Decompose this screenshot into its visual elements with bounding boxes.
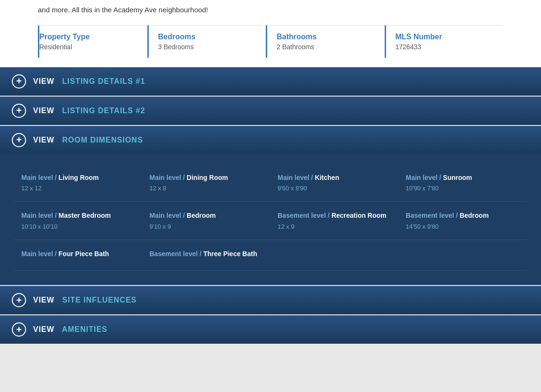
room-item-master-bedroom: Main level / Master Bedroom 10'10 x 10'1…: [14, 202, 143, 240]
room-name-basement-bedroom: Basement level / Bedroom: [406, 211, 520, 221]
room-name-sunroom: Main level / Sunroom: [406, 173, 520, 183]
accordion-title-amenities: VIEW AMENITIES: [33, 325, 108, 334]
room-item-empty-2: [399, 240, 527, 271]
accordion-title-listing1: VIEW LISTING DETAILS #1: [33, 77, 145, 86]
room-item-living-room: Main level / Living Room 12 x 12: [14, 164, 143, 202]
plus-icon-listing1: +: [12, 74, 26, 89]
plus-icon-rooms: +: [12, 133, 26, 147]
stat-bedrooms: Bedrooms 3 Bedrooms: [147, 26, 266, 58]
view-label-amenities: VIEW: [33, 325, 54, 333]
room-dim-recreation-room: 12 x 9: [278, 223, 392, 230]
stat-label-bedrooms: Bedrooms: [158, 33, 257, 41]
detail-label-amenities: AMENITIES: [62, 325, 108, 333]
accordion-amenities: + VIEW AMENITIES: [0, 315, 541, 344]
accordion-header-rooms[interactable]: + VIEW ROOM DIMENSIONS: [0, 126, 541, 154]
room-name-four-piece-bath: Main level / Four Piece Bath: [21, 249, 135, 259]
accordion-header-listing2[interactable]: + VIEW LISTING DETAILS #2: [0, 97, 541, 125]
stat-label-bathrooms: Bathrooms: [277, 33, 375, 41]
accordion-title-site: VIEW SITE INFLUENCES: [33, 296, 136, 304]
accordion-header-amenities[interactable]: + VIEW AMENITIES: [0, 315, 541, 344]
view-label-rooms: VIEW: [33, 136, 54, 144]
stat-value-bathrooms: 2 Bathrooms: [277, 43, 375, 51]
stat-value-property-type: Residential: [39, 43, 138, 51]
room-item-kitchen: Main level / Kitchen 9'60 x 8'90: [270, 164, 399, 202]
plus-icon-listing2: +: [12, 104, 26, 118]
stat-label-property-type: Property Type: [39, 33, 138, 41]
room-dim-dining-room: 12 x 8: [150, 185, 264, 192]
room-item-recreation-room: Basement level / Recreation Room 12 x 9: [270, 202, 399, 240]
room-dim-sunroom: 10'90 x 7'80: [406, 185, 520, 192]
room-item-dining-room: Main level / Dining Room 12 x 8: [143, 164, 271, 202]
room-dim-basement-bedroom: 14'50 x 9'80: [406, 223, 520, 230]
intro-text: and more. All this in the Academy Ave ne…: [38, 0, 503, 25]
detail-label-site: SITE INFLUENCES: [62, 296, 136, 304]
room-name-bedroom: Main level / Bedroom: [150, 211, 264, 221]
property-stats: Property Type Residential Bedrooms 3 Bed…: [38, 25, 503, 58]
room-item-empty-1: [270, 240, 399, 271]
rooms-grid: Main level / Living Room 12 x 12 Main le…: [14, 164, 527, 271]
accordion-listing2: + VIEW LISTING DETAILS #2: [0, 97, 541, 125]
room-item-basement-bedroom: Basement level / Bedroom 14'50 x 9'80: [399, 202, 527, 240]
stat-label-mls: MLS Number: [396, 33, 494, 41]
view-label-listing1: VIEW: [33, 77, 54, 85]
stat-bathrooms: Bathrooms 2 Bathrooms: [266, 26, 385, 58]
stat-value-mls: 1726433: [396, 43, 494, 51]
detail-label-listing1: LISTING DETAILS #1: [62, 77, 145, 85]
view-label-listing2: VIEW: [33, 107, 54, 115]
room-item-sunroom: Main level / Sunroom 10'90 x 7'80: [399, 164, 527, 202]
room-name-dining-room: Main level / Dining Room: [150, 173, 264, 183]
room-name-master-bedroom: Main level / Master Bedroom: [21, 211, 135, 221]
room-dim-master-bedroom: 10'10 x 10'10: [21, 223, 135, 230]
accordion-title-rooms: VIEW ROOM DIMENSIONS: [33, 136, 143, 144]
accordion-header-listing1[interactable]: + VIEW LISTING DETAILS #1: [0, 67, 541, 96]
top-section: and more. All this in the Academy Ave ne…: [0, 0, 541, 67]
room-item-four-piece-bath: Main level / Four Piece Bath: [14, 240, 143, 271]
accordion-listing1: + VIEW LISTING DETAILS #1: [0, 67, 541, 96]
room-item-three-piece-bath: Basement level / Three Piece Bath: [143, 240, 271, 271]
plus-icon-site: +: [12, 293, 26, 307]
main-container: and more. All this in the Academy Ave ne…: [0, 0, 541, 344]
view-label-site: VIEW: [33, 296, 54, 304]
room-dim-kitchen: 9'60 x 8'90: [278, 185, 392, 192]
room-name-three-piece-bath: Basement level / Three Piece Bath: [150, 249, 264, 259]
detail-label-rooms: ROOM DIMENSIONS: [62, 136, 143, 144]
plus-icon-amenities: +: [12, 322, 26, 337]
stat-property-type: Property Type Residential: [38, 26, 147, 58]
room-dim-bedroom: 9'10 x 9: [150, 223, 264, 230]
stat-mls: MLS Number 1726433: [385, 26, 504, 58]
room-item-bedroom: Main level / Bedroom 9'10 x 9: [143, 202, 271, 240]
accordion-header-site[interactable]: + VIEW SITE INFLUENCES: [0, 286, 541, 314]
room-name-kitchen: Main level / Kitchen: [278, 173, 392, 183]
accordion-site: + VIEW SITE INFLUENCES: [0, 286, 541, 314]
room-name-recreation-room: Basement level / Recreation Room: [278, 211, 392, 221]
detail-label-listing2: LISTING DETAILS #2: [62, 107, 145, 115]
room-dimensions-content: Main level / Living Room 12 x 12 Main le…: [0, 154, 541, 285]
accordion-title-listing2: VIEW LISTING DETAILS #2: [33, 107, 145, 115]
accordion-rooms: + VIEW ROOM DIMENSIONS Main level / Livi…: [0, 126, 541, 285]
room-dim-living-room: 12 x 12: [21, 185, 135, 192]
room-name-living-room: Main level / Living Room: [21, 173, 135, 183]
stat-value-bedrooms: 3 Bedrooms: [158, 43, 257, 51]
